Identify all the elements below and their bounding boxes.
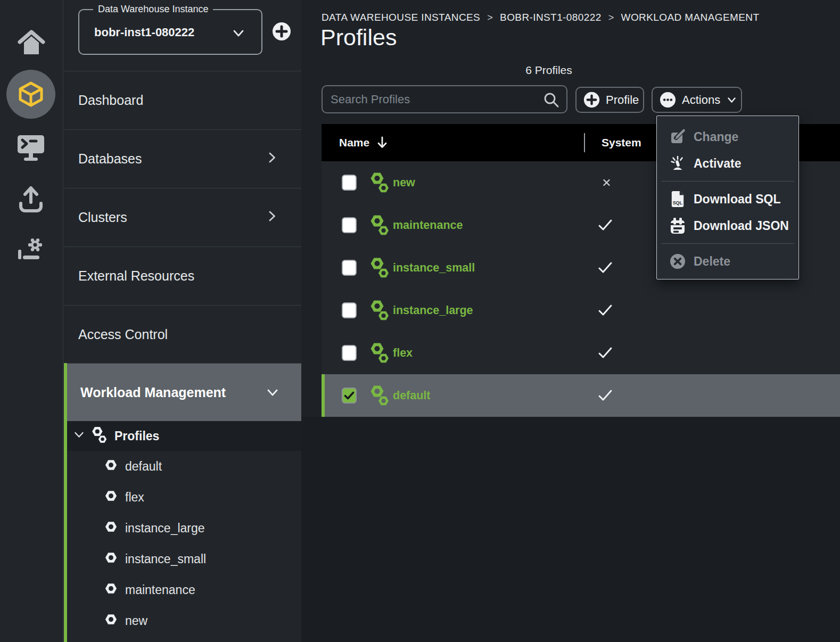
profile-name[interactable]: instance_small: [393, 261, 475, 275]
page-title: Profiles: [320, 24, 397, 51]
tree-item-flex[interactable]: flex: [64, 482, 301, 513]
breadcrumb-item[interactable]: BOBR-INST1-080222: [500, 12, 602, 23]
chevron-down-icon: [74, 431, 84, 441]
cube-icon-glyph: [17, 80, 45, 108]
instance-selector-value: bobr-inst1-080222: [94, 26, 194, 39]
profile-name[interactable]: default: [393, 389, 430, 402]
table-row[interactable]: flex: [322, 332, 840, 374]
sidebar-item-external-resources[interactable]: External Resources: [64, 246, 301, 305]
search-input[interactable]: [323, 86, 566, 112]
menu-item-download-json[interactable]: Download JSON: [657, 212, 798, 239]
sidebar-item-clusters[interactable]: Clusters: [64, 188, 301, 246]
menu-item-label: Delete: [694, 254, 730, 269]
upload-icon-glyph: [17, 184, 45, 215]
profile-name[interactable]: instance_large: [393, 304, 473, 317]
profile-hexagons-icon: [369, 342, 390, 364]
hexagon-icon: [104, 489, 118, 506]
profile-name[interactable]: flex: [393, 347, 413, 360]
column-header-name[interactable]: Name: [339, 136, 369, 149]
product-cube-icon[interactable]: [6, 70, 55, 119]
add-instance-button[interactable]: [272, 22, 291, 41]
sidebar-profiles-header[interactable]: Profiles: [64, 421, 301, 451]
tree-item-label: flex: [125, 490, 144, 505]
system-check-icon: [598, 304, 613, 317]
profile-hexagons-icon: [369, 384, 390, 407]
add-profile-button[interactable]: Profile: [575, 87, 644, 113]
tree-item-label: new: [125, 614, 147, 628]
table-row-selected[interactable]: default: [322, 374, 840, 417]
menu-item-label: Change: [694, 130, 738, 144]
upload-icon[interactable]: [17, 184, 45, 215]
instance-selector[interactable]: Data Warehouse Instance bobr-inst1-08022…: [78, 9, 262, 55]
actions-button[interactable]: Actions: [652, 87, 742, 113]
workload-management-section: Workload Management Profiles: [64, 363, 301, 642]
column-header-system[interactable]: System: [602, 136, 641, 149]
sidebar-item-label: Dashboard: [78, 93, 143, 108]
tree-item-label: maintenance: [125, 583, 195, 597]
app-root: Data Warehouse Instance bobr-inst1-08022…: [0, 0, 840, 642]
services-gear-icon[interactable]: [15, 236, 47, 265]
profile-name[interactable]: new: [393, 176, 415, 190]
tree-item-label: instance_large: [125, 521, 205, 536]
plus-circle-icon: [583, 92, 600, 108]
search-box: [322, 85, 567, 113]
search-icon: [543, 92, 560, 111]
system-check-icon: [598, 219, 613, 232]
row-checkbox[interactable]: [342, 302, 357, 318]
table-row[interactable]: instance_large: [322, 289, 840, 332]
menu-item-label: Activate: [694, 157, 741, 171]
profiles-tree: default flex instance_large instance_sma…: [64, 451, 301, 636]
system-cross-icon: [602, 178, 611, 187]
tree-item-new[interactable]: new: [64, 605, 301, 636]
menu-item-activate[interactable]: Activate: [657, 150, 798, 177]
plus-circle-icon: [272, 22, 291, 41]
breadcrumb-separator: >: [608, 12, 614, 23]
home-icon-glyph: [15, 27, 47, 57]
breadcrumb-item[interactable]: DATA WAREHOUSE INSTANCES: [322, 12, 480, 23]
terminal-icon[interactable]: [17, 133, 45, 161]
sidebar-item-databases[interactable]: Databases: [64, 129, 301, 188]
profile-name[interactable]: maintenance: [393, 219, 463, 232]
instance-selector-label: Data Warehouse Instance: [93, 4, 213, 15]
tree-item-maintenance[interactable]: maintenance: [64, 574, 301, 605]
sidebar-item-workload-management[interactable]: Workload Management: [64, 363, 301, 421]
delete-circle-icon: [669, 253, 686, 269]
row-checkbox[interactable]: [342, 175, 357, 191]
menu-item-label: Download JSON: [694, 219, 789, 233]
row-checkbox-checked[interactable]: [342, 388, 357, 404]
json-file-icon: [669, 217, 686, 234]
sidebar: Data Warehouse Instance bobr-inst1-08022…: [64, 0, 301, 642]
breadcrumb-item[interactable]: WORKLOAD MANAGEMENT: [621, 12, 760, 23]
profile-hexagons-icon: [369, 299, 390, 322]
chevron-down-icon: [267, 385, 278, 400]
gear-hand-icon-glyph: [15, 236, 47, 265]
sidebar-item-label: Clusters: [78, 210, 127, 225]
row-checkbox[interactable]: [342, 217, 357, 233]
menu-item-download-sql[interactable]: SQL Download SQL: [657, 186, 798, 212]
row-checkbox[interactable]: [342, 260, 357, 276]
edit-icon: [669, 129, 686, 145]
menu-item-change[interactable]: Change: [657, 124, 798, 150]
tree-item-instance-large[interactable]: instance_large: [64, 513, 301, 544]
system-check-icon: [598, 261, 613, 274]
row-checkbox[interactable]: [342, 345, 357, 361]
selected-section-accent-bar: [64, 363, 67, 642]
sidebar-item-label: Workload Management: [80, 385, 226, 400]
menu-item-label: Download SQL: [694, 192, 781, 207]
icon-rail: [0, 0, 63, 642]
actions-menu: Change Activate: [656, 116, 799, 279]
profile-hexagons-icon: [369, 171, 390, 194]
chevron-down-icon: [727, 93, 736, 107]
tree-item-default[interactable]: default: [64, 451, 301, 482]
sidebar-item-access-control[interactable]: Access Control: [64, 305, 301, 364]
sort-desc-icon[interactable]: [376, 136, 388, 150]
actions-label: Actions: [682, 93, 720, 107]
activate-icon: [669, 155, 686, 171]
content-background: [301, 417, 840, 642]
tree-item-instance-small[interactable]: instance_small: [64, 544, 301, 574]
sidebar-item-dashboard[interactable]: Dashboard: [64, 71, 301, 129]
checkbox-check-icon: [344, 391, 355, 400]
menu-item-delete[interactable]: Delete: [657, 248, 798, 275]
profile-hexagons-icon: [369, 257, 390, 279]
home-icon[interactable]: [15, 27, 47, 57]
